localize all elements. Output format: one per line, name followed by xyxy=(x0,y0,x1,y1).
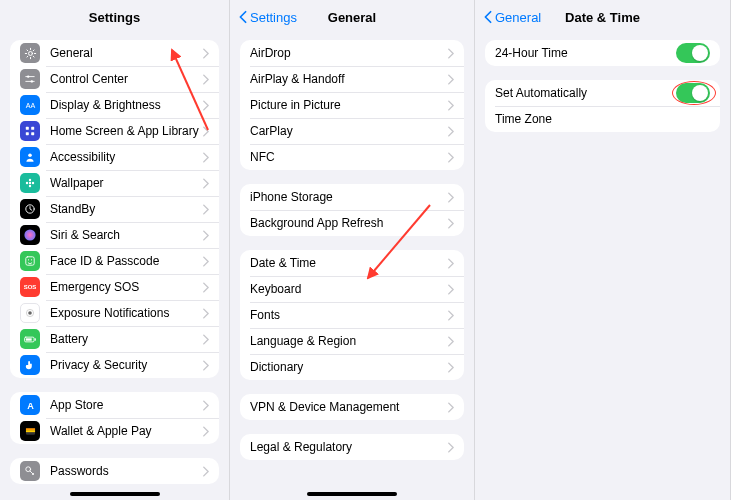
list-item-label: Battery xyxy=(50,332,202,346)
list-item[interactable]: Language & Region xyxy=(240,328,464,354)
svg-point-11 xyxy=(29,182,31,184)
list-item[interactable]: Passwords xyxy=(10,458,219,484)
appstore-icon: A xyxy=(20,395,40,415)
list-item-label: Fonts xyxy=(250,308,447,322)
sun-icon: AA xyxy=(20,95,40,115)
chevron-right-icon xyxy=(202,256,209,267)
back-label: General xyxy=(495,10,541,25)
datetime-group-1: 24-Hour Time xyxy=(485,40,720,66)
list-item-label: Home Screen & App Library xyxy=(50,124,202,138)
settings-group-3: Passwords xyxy=(10,458,219,484)
toggle-switch[interactable] xyxy=(676,43,710,63)
list-item[interactable]: Fonts xyxy=(240,302,464,328)
toggle-switch[interactable] xyxy=(676,83,710,103)
list-item-label: Control Center xyxy=(50,72,202,86)
list-item[interactable]: Privacy & Security xyxy=(10,352,219,378)
back-label: Settings xyxy=(250,10,297,25)
list-item[interactable]: AirPlay & Handoff xyxy=(240,66,464,92)
svg-point-20 xyxy=(31,259,32,260)
list-item[interactable]: Legal & Regulatory xyxy=(240,434,464,460)
face-icon xyxy=(20,251,40,271)
chevron-right-icon xyxy=(202,204,209,215)
header: General Date & Time xyxy=(475,0,730,34)
settings-group-1: GeneralControl CenterAADisplay & Brightn… xyxy=(10,40,219,378)
svg-rect-8 xyxy=(26,132,29,135)
list-item[interactable]: Home Screen & App Library xyxy=(10,118,219,144)
chevron-right-icon xyxy=(447,258,454,269)
list-item[interactable]: Face ID & Passcode xyxy=(10,248,219,274)
general-group-3: Date & TimeKeyboardFontsLanguage & Regio… xyxy=(240,250,464,380)
svg-text:A: A xyxy=(27,400,34,410)
back-button[interactable]: Settings xyxy=(238,10,297,25)
list-item-label: CarPlay xyxy=(250,124,447,138)
list-item-label: Time Zone xyxy=(495,112,710,126)
list-item-label: Wallpaper xyxy=(50,176,202,190)
list-item[interactable]: Accessibility xyxy=(10,144,219,170)
list-item-label: Legal & Regulatory xyxy=(250,440,447,454)
list-item[interactable]: AApp Store xyxy=(10,392,219,418)
list-item[interactable]: Wallet & Apple Pay xyxy=(10,418,219,444)
person-icon xyxy=(20,147,40,167)
chevron-right-icon xyxy=(447,152,454,163)
list-item[interactable]: VPN & Device Management xyxy=(240,394,464,420)
list-item[interactable]: Wallpaper xyxy=(10,170,219,196)
list-item[interactable]: iPhone Storage xyxy=(240,184,464,210)
flower-icon xyxy=(20,173,40,193)
sliders-icon xyxy=(20,69,40,89)
list-item[interactable]: Picture in Picture xyxy=(240,92,464,118)
svg-point-14 xyxy=(26,182,28,184)
page-title: General xyxy=(328,10,376,25)
back-button[interactable]: General xyxy=(483,10,541,25)
chevron-right-icon xyxy=(202,334,209,345)
svg-point-13 xyxy=(29,185,31,187)
list-item[interactable]: Time Zone xyxy=(485,106,720,132)
general-group-5: Legal & Regulatory xyxy=(240,434,464,460)
svg-point-3 xyxy=(27,75,29,77)
chevron-right-icon xyxy=(202,282,209,293)
list-item-label: Emergency SOS xyxy=(50,280,202,294)
list-item[interactable]: SOSEmergency SOS xyxy=(10,274,219,300)
list-item-label: Privacy & Security xyxy=(50,358,202,372)
chevron-right-icon xyxy=(202,426,209,437)
list-item-label: Wallet & Apple Pay xyxy=(50,424,202,438)
svg-point-21 xyxy=(28,311,32,315)
chevron-right-icon xyxy=(447,284,454,295)
grid-icon xyxy=(20,121,40,141)
list-item[interactable]: Date & Time xyxy=(240,250,464,276)
list-item-label: StandBy xyxy=(50,202,202,216)
header: Settings xyxy=(0,0,229,34)
chevron-right-icon xyxy=(202,152,209,163)
svg-rect-28 xyxy=(25,428,34,430)
list-item-label: Keyboard xyxy=(250,282,447,296)
list-item[interactable]: AADisplay & Brightness xyxy=(10,92,219,118)
svg-rect-7 xyxy=(31,127,34,130)
list-item-label: AirDrop xyxy=(250,46,447,60)
list-item[interactable]: General xyxy=(10,40,219,66)
list-item[interactable]: Siri & Search xyxy=(10,222,219,248)
list-item: 24-Hour Time xyxy=(485,40,720,66)
list-item[interactable]: AirDrop xyxy=(240,40,464,66)
list-item[interactable]: Background App Refresh xyxy=(240,210,464,236)
chevron-right-icon xyxy=(202,74,209,85)
wallet-icon xyxy=(20,421,40,441)
list-item[interactable]: Battery xyxy=(10,326,219,352)
list-item[interactable]: StandBy xyxy=(10,196,219,222)
list-item[interactable]: CarPlay xyxy=(240,118,464,144)
list-item-label: Date & Time xyxy=(250,256,447,270)
svg-text:AA: AA xyxy=(25,102,35,110)
list-item[interactable]: NFC xyxy=(240,144,464,170)
sos-icon: SOS xyxy=(20,277,40,297)
chevron-right-icon xyxy=(447,310,454,321)
list-item-label: App Store xyxy=(50,398,202,412)
chevron-right-icon xyxy=(202,308,209,319)
list-item[interactable]: Dictionary xyxy=(240,354,464,380)
list-item-label: iPhone Storage xyxy=(250,190,447,204)
list-item[interactable]: Keyboard xyxy=(240,276,464,302)
battery-icon xyxy=(20,329,40,349)
svg-point-17 xyxy=(24,229,35,240)
list-item[interactable]: Control Center xyxy=(10,66,219,92)
siri-icon xyxy=(20,225,40,245)
list-item[interactable]: Exposure Notifications xyxy=(10,300,219,326)
list-item-label: Background App Refresh xyxy=(250,216,447,230)
list-item-label: Accessibility xyxy=(50,150,202,164)
